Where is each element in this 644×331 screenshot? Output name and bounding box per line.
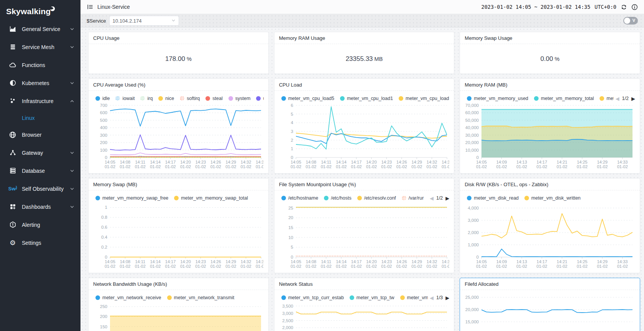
dotted-legend-dot-icon <box>115 96 120 101</box>
legend-item-meter-vm-cpu-load5[interactable]: meter_vm_cpu_load5 <box>281 96 334 101</box>
svg-text:20,000: 20,000 <box>465 307 479 312</box>
svg-text:01-02: 01-02 <box>135 164 146 169</box>
legend-item-meter-vm-cpu-load15[interactable]: meter_vm_cpu_load15 <box>399 96 449 101</box>
svg-text:01-02: 01-02 <box>537 164 547 169</box>
svg-text:2,000: 2,000 <box>468 230 479 235</box>
svg-text:400: 400 <box>100 125 107 130</box>
legend-item-irq[interactable]: irq <box>140 96 153 101</box>
chart-card-body: 5,00010,00015,00020,00025,000 <box>460 290 640 331</box>
sidebar-item-service-mesh[interactable]: Service Mesh <box>0 38 80 56</box>
sidebar-item-general-service[interactable]: General Service <box>0 20 80 38</box>
legend-item-meter-vm-network-transmit[interactable]: meter_vm_network_transmit <box>167 295 235 300</box>
svg-text:0: 0 <box>105 155 107 160</box>
card-title: Network Bandwidth Usage (KB/s) <box>93 281 167 287</box>
legend-label: /etc/hostname <box>288 195 319 201</box>
metric-value: 23355.33MB <box>274 44 454 74</box>
sidebar-item-settings[interactable]: ⚙Settings <box>0 234 80 252</box>
sidebar-subitem-linux[interactable]: Linux <box>0 110 80 126</box>
info-icon[interactable] <box>631 4 638 10</box>
card-title: Disk R/W (KB/s - OTEL, ops - Zabbix) <box>465 182 548 187</box>
legend-item--etc-hostname[interactable]: /etc/hostname <box>281 195 319 201</box>
legend-item--etc-resolv-conf[interactable]: /etc/resolv.conf <box>357 195 396 201</box>
legend-item-meter-vm-disk-written[interactable]: meter_vm_disk_written <box>524 195 581 201</box>
sidebar-item-browser[interactable]: Browser <box>0 126 80 144</box>
time-range[interactable]: 2023-01-02 14:05 ~ 2023-01-02 14:35 <box>481 4 590 10</box>
svg-text:01-02: 01-02 <box>225 264 236 269</box>
svg-text:14:20: 14:20 <box>180 259 191 264</box>
legend-prev-button[interactable]: ◀ <box>616 96 619 101</box>
sidebar-item-infrastructure[interactable]: Infrastructure <box>0 92 80 110</box>
chevron-down-icon <box>70 81 74 85</box>
legend-item-meter-vm-tcp-tw[interactable]: meter_vm_tcp_tw <box>350 295 394 300</box>
legend-item-steal[interactable]: steal <box>205 96 222 101</box>
svg-text:01-02: 01-02 <box>165 164 176 169</box>
svg-text:2: 2 <box>291 138 293 143</box>
sidebar-item-label: Browser <box>22 132 74 138</box>
sidebar-item-label: Alerting <box>22 222 74 228</box>
sidebar-item-alerting[interactable]: Alerting <box>0 216 80 234</box>
legend-item-meter-vm-disk-read[interactable]: meter_vm_disk_read <box>467 195 519 201</box>
legend-prev-button[interactable]: ◀ <box>430 196 434 201</box>
sidebar-item-functions[interactable]: Functions <box>0 56 80 74</box>
legend-page-indicator: 1/2 <box>622 96 629 101</box>
svg-text:14:32: 14:32 <box>241 259 251 264</box>
refresh-icon[interactable] <box>621 4 627 10</box>
chart-legend: meter_vm_disk_readmeter_vm_disk_written <box>465 193 635 203</box>
legend-item-meter-vm-memory-used[interactable]: meter_vm_memory_used <box>467 96 528 101</box>
legend-item-meter-vm-memory-swap-free[interactable]: meter_vm_memory_swap_free <box>95 195 168 201</box>
collapse-menu-icon[interactable] <box>87 3 94 10</box>
legend-item--etc-hosts[interactable]: /etc/hosts <box>324 195 352 201</box>
sidebar-item-label: Dashboards <box>22 204 70 210</box>
legend-item-user[interactable]: user <box>256 96 263 101</box>
legend-item-system[interactable]: system <box>228 96 251 101</box>
svg-text:01-02: 01-02 <box>225 164 236 169</box>
svg-text:14:20: 14:20 <box>366 259 377 264</box>
sidebar-item-database[interactable]: Database <box>0 162 80 180</box>
sidebar-item-dashboards[interactable]: Dashboards <box>0 198 80 216</box>
svg-text:0.2: 0.2 <box>101 245 107 249</box>
svg-text:14:17: 14:17 <box>165 160 176 164</box>
legend-item-iowait[interactable]: iowait <box>115 96 135 101</box>
chart-plot-fs_usage: 051015202514:0501-0214:0801-0214:1101-02… <box>279 203 449 270</box>
svg-text:01-02: 01-02 <box>426 164 437 169</box>
sidebar-item-gateway[interactable]: Gateway <box>0 144 80 162</box>
legend-item-nice[interactable]: nice <box>158 96 174 101</box>
legend-next-button[interactable]: ▶ <box>445 295 449 300</box>
legend-item-softirq[interactable]: softirq <box>180 96 200 101</box>
legend-prev-button[interactable]: ◀ <box>430 295 434 300</box>
chart-plot-cpu_load: 012345614:0501-0214:0801-0214:1101-0214:… <box>279 103 449 170</box>
legend-next-button[interactable]: ▶ <box>631 96 635 101</box>
legend-item-meter-vm-cpu-load1[interactable]: meter_vm_cpu_load1 <box>340 96 393 101</box>
legend-next-button[interactable]: ▶ <box>445 196 449 201</box>
svg-text:01-02: 01-02 <box>496 164 507 169</box>
card-title: Memory RAM Usage <box>279 35 325 41</box>
legend-item-idle[interactable]: idle <box>95 96 110 101</box>
card-memory-ram-usage: Memory RAM Usage23355.33MB <box>274 32 455 74</box>
svg-text:14:21: 14:21 <box>557 160 568 164</box>
chart-card-body: meter_vm_disk_readmeter_vm_disk_written0… <box>460 190 640 272</box>
svg-text:6: 6 <box>291 103 293 108</box>
legend-item-meter-vm-memory-total[interactable]: meter_vm_memory_total <box>534 96 594 101</box>
sidebar-item-kubernetes[interactable]: Kubernetes <box>0 74 80 92</box>
svg-text:01-02: 01-02 <box>180 264 191 269</box>
svg-text:01-02: 01-02 <box>105 164 115 169</box>
legend-label: steal <box>212 96 222 101</box>
legend-dot-icon <box>357 196 362 200</box>
legend-item-meter-vm-memory-swap-total[interactable]: meter_vm_memory_swap_total <box>174 195 248 201</box>
legend-item--var-rur[interactable]: /var/rur <box>402 195 424 201</box>
card-fs_usage: File System Mountpoint Usage (%)/etc/hos… <box>274 178 455 273</box>
sidebar-item-self-observability[interactable]: Sw)Self Observability <box>0 180 80 198</box>
legend-item-meter-vm-t[interactable]: meter_vm_t <box>400 295 432 300</box>
chart-card-body: idleiowaitirqnicesoftirqstealsystemuser0… <box>89 91 268 172</box>
service-select[interactable]: 10.104.2.174 <box>109 16 179 26</box>
card-header-cpu_load: CPU Load <box>274 79 454 91</box>
edit-mode-toggle[interactable]: V <box>623 17 638 25</box>
svg-text:01-02: 01-02 <box>241 264 251 269</box>
legend-item-meter-vm-tcp-curr-estab[interactable]: meter_vm_tcp_curr_estab <box>281 295 344 300</box>
card-title: Filefd Allocated <box>465 281 498 287</box>
legend-dot-icon <box>167 295 172 300</box>
svg-text:01-02: 01-02 <box>442 164 449 169</box>
svg-text:150: 150 <box>100 324 107 329</box>
svg-text:14:17: 14:17 <box>351 160 361 164</box>
legend-item-meter-vm-network-receive[interactable]: meter_vm_network_receive <box>95 295 161 300</box>
